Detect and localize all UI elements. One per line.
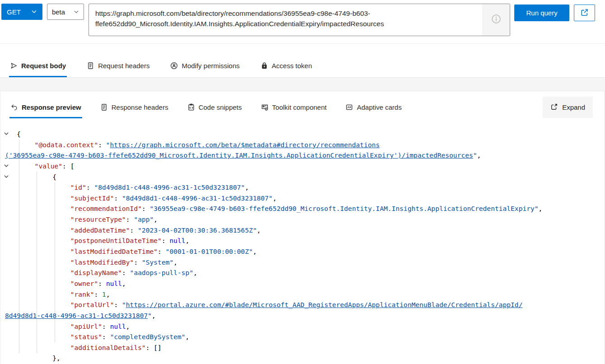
tab-label: Response headers <box>112 103 168 111</box>
json-token: : <box>126 215 134 223</box>
tab-label: Adaptive cards <box>357 103 401 111</box>
json-line: "displayName": "aadops-pull-sp", <box>0 267 605 278</box>
tab-toolkit-component[interactable]: Toolkit component <box>260 103 328 118</box>
json-token: "additionalDetails" <box>70 344 146 351</box>
tab-modify-permissions[interactable]: Modify permissions <box>169 62 240 77</box>
json-token: : <box>98 280 106 287</box>
query-url-input[interactable]: https://graph.microsoft.com/beta/directo… <box>88 4 510 36</box>
json-token: : <box>98 141 106 149</box>
json-token: : <box>114 194 122 202</box>
json-line: ('36955ea9-c98e-4749-b603-ffefe652dd90_M… <box>0 150 605 161</box>
share-icon <box>580 8 589 18</box>
permissions-icon <box>170 62 178 70</box>
response-preview-editor[interactable]: {"@odata.context": "https://graph.micros… <box>0 129 605 364</box>
json-line: { <box>0 129 605 140</box>
json-token: "apiUrl" <box>70 322 102 330</box>
json-token: , <box>253 247 257 255</box>
tab-label: Request headers <box>98 62 149 70</box>
api-version-select[interactable]: beta <box>47 4 84 20</box>
request-tabs: Request bodyRequest headersModify permis… <box>0 44 605 77</box>
json-token: "lastModifiedBy" <box>70 258 134 266</box>
json-token: , <box>152 312 156 319</box>
json-token: 1 <box>102 290 106 298</box>
collapse-chevron-icon[interactable] <box>4 163 9 168</box>
json-token: }, <box>52 354 60 362</box>
json-line: "status": "completedBySystem", <box>0 331 605 342</box>
json-line: "lastModifiedDateTime": "0001-01-01T00:0… <box>0 246 605 257</box>
json-token: , <box>126 322 130 330</box>
json-token: "app" <box>134 215 154 223</box>
json-token: , <box>186 237 190 244</box>
json-token: : [ <box>62 162 74 170</box>
json-token: : <box>102 322 110 330</box>
json-token: "resourceType" <box>70 215 126 223</box>
json-link[interactable]: 8d49d8d1-c448-4996-ac31-1c50d3231807 <box>5 312 148 319</box>
json-token: "8d49d8d1-c448-4996-ac31-1c50d3231807" <box>122 194 273 202</box>
json-line: { <box>0 172 605 182</box>
tab-request-headers[interactable]: Request headers <box>86 62 150 77</box>
json-token: "recommendationId" <box>70 205 142 212</box>
json-token: { <box>17 130 21 138</box>
json-line: "postponeUntilDateTime": null, <box>0 235 605 246</box>
document-icon <box>100 103 108 111</box>
json-line: "subjectId": "8d49d8d1-c448-4996-ac31-1c… <box>0 193 605 204</box>
response-tabs: Response previewResponse headersCode sni… <box>9 103 403 118</box>
json-token: "owner" <box>70 280 98 287</box>
tab-response-preview[interactable]: Response preview <box>9 103 82 118</box>
tab-request-body[interactable]: Request body <box>9 62 67 77</box>
json-line: "recommendationId": "36955ea9-c98e-4749-… <box>0 203 605 214</box>
json-token: , <box>539 205 543 212</box>
graph-explorer-app: GET beta https://graph.microsoft.com/bet… <box>0 0 605 364</box>
query-bar: GET beta https://graph.microsoft.com/bet… <box>0 0 605 44</box>
json-token: "rank" <box>70 290 94 298</box>
json-line: "owner": null, <box>0 278 605 289</box>
json-token: "lastModifiedDateTime" <box>70 247 158 255</box>
expand-button[interactable]: Expand <box>543 97 593 118</box>
json-line: "id": "8d49d8d1-c448-4996-ac31-1c50d3231… <box>0 182 605 193</box>
tab-adaptive-cards[interactable]: AAdaptive cards <box>344 103 402 118</box>
json-token: "2023-04-02T00:30:36.3681565Z" <box>138 226 257 234</box>
chevron-down-icon <box>31 8 37 16</box>
json-token: " <box>148 312 152 319</box>
json-token: , <box>257 226 261 234</box>
json-token: " <box>122 301 126 308</box>
json-token: : <box>162 237 170 244</box>
info-icon[interactable] <box>491 14 501 26</box>
json-link[interactable]: https://portal.azure.com/#blade/Microsof… <box>126 301 523 308</box>
tab-label: Access token <box>272 62 312 70</box>
json-token: : <box>130 226 138 234</box>
tab-label: Code snippets <box>199 103 242 111</box>
json-line: }, <box>0 353 605 364</box>
json-token: , <box>173 258 177 266</box>
json-token: "subjectId" <box>70 194 114 202</box>
json-line: "lastModifiedBy": "System", <box>0 257 605 268</box>
tab-access-token[interactable]: Access token <box>260 62 313 77</box>
json-line: "@odata.context": "https://graph.microso… <box>0 140 605 150</box>
run-query-button[interactable]: Run query <box>514 5 569 21</box>
collapse-chevron-icon[interactable] <box>4 174 9 179</box>
json-token: : <box>122 269 130 276</box>
query-url-value: https://graph.microsoft.com/beta/directo… <box>89 4 482 36</box>
json-link[interactable]: ('36955ea9-c98e-4749-b603-ffefe652dd90_M… <box>5 151 473 159</box>
json-token: null <box>110 322 126 330</box>
json-link[interactable]: https://graph.microsoft.com/beta/$metada… <box>110 141 380 149</box>
json-token: , <box>245 183 249 191</box>
json-token: "8d49d8d1-c448-4996-ac31-1c50d3231807" <box>94 183 245 191</box>
json-line: "portalUrl": "https://portal.azure.com/#… <box>0 299 605 310</box>
share-query-button[interactable] <box>574 5 595 21</box>
expand-icon <box>550 103 558 112</box>
section-divider <box>0 77 605 91</box>
tab-response-headers[interactable]: Response headers <box>99 103 169 118</box>
reply-arrow-icon <box>10 103 18 111</box>
json-token: : <box>142 205 150 212</box>
json-token: "System" <box>142 258 173 266</box>
collapse-chevron-icon[interactable] <box>4 131 9 136</box>
json-token: "status" <box>70 333 102 341</box>
http-method-select[interactable]: GET <box>1 4 42 20</box>
tab-label: Response preview <box>22 103 81 111</box>
json-token: , <box>106 290 110 298</box>
json-token: "0001-01-01T00:00:00Z" <box>166 247 253 255</box>
http-method-label: GET <box>7 8 21 16</box>
tab-code-snippets[interactable]: Code snippets <box>186 103 243 118</box>
json-token: : <box>102 333 110 341</box>
